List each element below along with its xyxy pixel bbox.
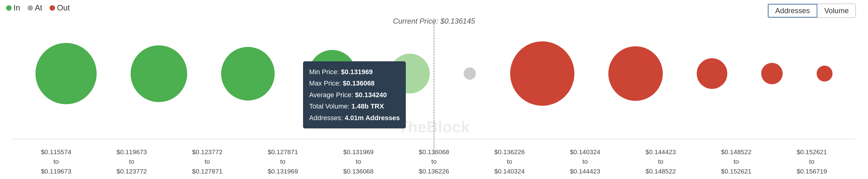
price-from-6: $0.136226 — [494, 148, 525, 155]
bubble-col-1 — [131, 45, 187, 102]
price-to-5: $0.136226 — [419, 168, 449, 175]
price-to-label-4: to — [356, 158, 361, 165]
tooltip-vol-label: Total Volume: — [309, 102, 349, 110]
price-to-label-8: to — [658, 158, 663, 165]
price-to-7: $0.144423 — [570, 168, 600, 175]
price-from-0: $0.115574 — [41, 148, 71, 155]
bubble-col-6 — [510, 42, 575, 106]
price-label-2: $0.123772 to $0.127871 — [192, 147, 222, 176]
legend-label-in: In — [13, 3, 20, 12]
price-to-label-10: to — [809, 158, 815, 165]
bubble-col-0 — [35, 43, 97, 104]
tooltip-addr-label: Addresses: — [309, 114, 343, 122]
tooltip-min-label: Min Price: — [309, 68, 339, 76]
legend-label-out: Out — [57, 3, 70, 12]
bubble-0 — [35, 43, 97, 104]
price-label-5: $0.136068 to $0.136226 — [419, 147, 449, 176]
legend-dot-in — [6, 5, 11, 11]
tooltip-avg-value: $0.134240 — [355, 91, 387, 99]
volume-button[interactable]: Volume — [817, 4, 856, 18]
price-label-8: $0.144423 to $0.148522 — [646, 147, 676, 176]
price-label-9: $0.148522 to $0.152621 — [721, 147, 751, 176]
price-from-3: $0.127871 — [268, 148, 298, 155]
legend-item-out: Out — [50, 3, 70, 12]
price-label-1: $0.119673 to $0.123772 — [117, 147, 147, 176]
price-label-3: $0.127871 to $0.131969 — [268, 147, 298, 176]
tooltip-avg-price: Average Price: $0.134240 — [309, 89, 400, 101]
bubble-10 — [817, 66, 833, 81]
price-to-3: $0.131969 — [268, 168, 298, 175]
bubble-col-8 — [697, 58, 727, 89]
bubble-col-10 — [817, 66, 833, 81]
price-to-0: $0.119673 — [41, 168, 71, 175]
price-to-label-9: to — [734, 158, 739, 165]
price-to-label-5: to — [431, 158, 437, 165]
legend-dot-at — [28, 5, 33, 11]
bubble-8 — [697, 58, 727, 89]
bubble-5 — [464, 68, 476, 80]
price-from-9: $0.148522 — [721, 148, 751, 155]
bubbles-row — [0, 22, 868, 126]
bubble-7 — [608, 46, 663, 101]
legend-item-in: In — [6, 3, 20, 12]
price-to-label-3: to — [280, 158, 286, 165]
bubble-col-2 — [221, 47, 275, 101]
tooltip-total-vol: Total Volume: 1.48b TRX — [309, 101, 400, 112]
tooltip-addr-value: 4.01m Addresses — [345, 114, 400, 122]
price-from-5: $0.136068 — [419, 148, 449, 155]
price-to-label-2: to — [205, 158, 210, 165]
bubble-1 — [131, 45, 187, 102]
labels-row: $0.115574 to $0.119673 $0.119673 to $0.1… — [0, 147, 868, 176]
price-label-7: $0.140324 to $0.144423 — [570, 147, 600, 176]
bubble-9 — [761, 63, 783, 84]
price-to-10: $0.156719 — [797, 168, 827, 175]
price-label-4: $0.131969 to $0.136068 — [343, 147, 373, 176]
chart-baseline — [12, 139, 856, 139]
tooltip-avg-label: Average Price: — [309, 91, 353, 99]
price-to-label-7: to — [582, 158, 588, 165]
bubble-6 — [510, 42, 575, 106]
tooltip-max-label: Max Price: — [309, 79, 341, 87]
bubble-col-5 — [464, 68, 476, 80]
bubble-col-7 — [608, 46, 663, 101]
chart-container: In At Out Addresses Volume Current Price… — [0, 0, 868, 179]
price-to-8: $0.148522 — [646, 168, 676, 175]
bubble-col-9 — [761, 63, 783, 84]
price-from-8: $0.144423 — [646, 148, 676, 155]
price-label-6: $0.136226 to $0.140324 — [494, 147, 525, 176]
price-from-10: $0.152621 — [797, 148, 827, 155]
price-to-9: $0.152621 — [721, 168, 751, 175]
legend-label-at: At — [35, 3, 42, 12]
legend-dot-out — [50, 5, 55, 11]
tooltip: Min Price: $0.131969 Max Price: $0.13606… — [303, 61, 406, 128]
tooltip-max-value: $0.136068 — [343, 79, 375, 87]
legend-item-at: At — [28, 3, 42, 12]
bubble-2 — [221, 47, 275, 101]
price-label-10: $0.152621 to $0.156719 — [797, 147, 827, 176]
tooltip-min-value: $0.131969 — [341, 68, 373, 76]
price-to-4: $0.136068 — [343, 168, 373, 175]
tooltip-min-price: Min Price: $0.131969 — [309, 66, 400, 78]
tooltip-max-price: Max Price: $0.136068 — [309, 78, 400, 89]
price-label-0: $0.115574 to $0.119673 — [41, 147, 71, 176]
legend: In At Out — [0, 0, 76, 16]
price-to-label-6: to — [507, 158, 512, 165]
tooltip-vol-value: 1.48b TRX — [351, 102, 384, 110]
tooltip-addresses: Addresses: 4.01m Addresses — [309, 112, 400, 124]
price-from-2: $0.123772 — [192, 148, 222, 155]
price-to-label-0: to — [54, 158, 59, 165]
toggle-buttons: Addresses Volume — [768, 4, 856, 18]
price-to-2: $0.127871 — [192, 168, 222, 175]
price-to-label-1: to — [129, 158, 134, 165]
price-from-7: $0.140324 — [570, 148, 600, 155]
price-to-1: $0.123772 — [117, 168, 147, 175]
price-from-4: $0.131969 — [343, 148, 373, 155]
price-to-6: $0.140324 — [494, 168, 525, 175]
price-from-1: $0.119673 — [117, 148, 147, 155]
addresses-button[interactable]: Addresses — [768, 4, 817, 18]
